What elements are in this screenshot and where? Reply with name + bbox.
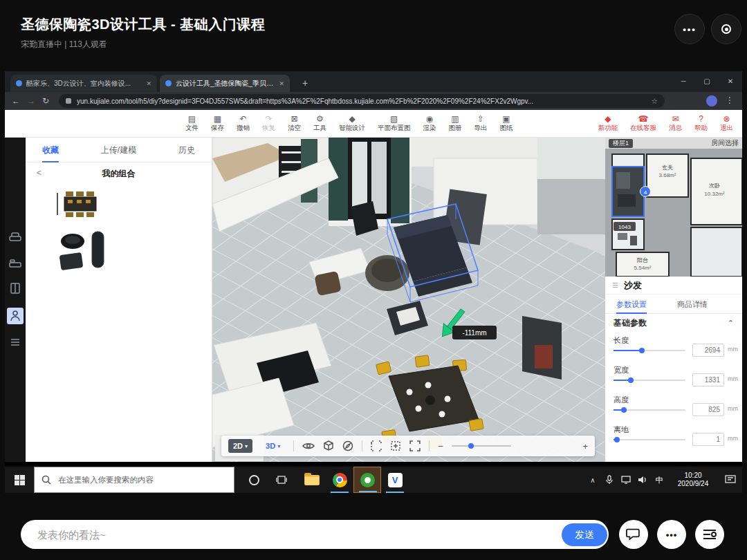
tab-favorites[interactable]: 收藏 xyxy=(42,138,59,162)
taskbar-clock[interactable]: 10:20 2020/9/24 xyxy=(667,472,719,489)
floorplan-button[interactable]: ▧平面布置图 xyxy=(371,110,417,138)
view-2d-button[interactable]: 2D▾ xyxy=(228,439,252,453)
chat-input-pill[interactable] xyxy=(21,520,609,549)
tab-history[interactable]: 历史 xyxy=(178,138,195,162)
tab-product-details[interactable]: 商品详情 xyxy=(677,295,708,314)
combo-thumbnail-furniture-set[interactable] xyxy=(52,226,114,279)
new-features-button[interactable]: ◆新功能 xyxy=(592,110,625,138)
chevron-up-icon[interactable]: ⌃ xyxy=(728,319,734,328)
dock-item-bed-icon[interactable] xyxy=(7,255,24,272)
tab-upload-model[interactable]: 上传/建模 xyxy=(101,138,136,162)
file-explorer-button[interactable] xyxy=(298,467,326,493)
dock-item-sofa-icon[interactable] xyxy=(7,229,24,245)
action-center-button[interactable] xyxy=(719,475,742,485)
volume-icon[interactable] xyxy=(634,476,651,484)
network-icon[interactable] xyxy=(618,476,634,484)
undo-button[interactable]: ↶撤销 xyxy=(230,110,256,138)
support-button[interactable]: ☎在线客服 xyxy=(624,110,663,138)
slider-handle[interactable] xyxy=(639,348,645,353)
view-3d-button[interactable]: 3D▾ xyxy=(261,439,285,453)
microphone-icon[interactable] xyxy=(601,475,618,485)
task-view-button[interactable] xyxy=(268,467,295,493)
zoom-in-button[interactable]: + xyxy=(582,441,588,451)
back-button[interactable]: ← xyxy=(12,95,20,106)
browser-tab-kujiale-home[interactable]: 酷家乐、3D云设计、室内装修设... ✕ xyxy=(10,75,157,92)
slider-handle[interactable] xyxy=(621,407,627,413)
dock-item-list-icon[interactable] xyxy=(7,334,24,351)
save-button[interactable]: ▦保存 xyxy=(205,110,230,138)
width-slider[interactable] xyxy=(614,380,685,381)
model-cube-button[interactable] xyxy=(323,440,334,451)
input-method-indicator[interactable]: 中 xyxy=(651,475,667,485)
start-button[interactable] xyxy=(5,467,34,493)
messages-button[interactable]: ✉消息 xyxy=(663,110,688,138)
taskbar-search-input[interactable] xyxy=(57,467,230,492)
zoom-out-button[interactable]: − xyxy=(438,441,443,451)
chat-more-button[interactable]: ••• xyxy=(657,520,686,549)
height-value-input[interactable]: 825 xyxy=(692,403,724,416)
export-button[interactable]: ⇧导出 xyxy=(468,110,494,138)
fullscreen-fit-button[interactable] xyxy=(409,440,421,451)
tray-expand-icon[interactable]: ∧ xyxy=(584,476,601,484)
reload-button[interactable]: ↻ xyxy=(42,95,49,106)
chrome-app-button[interactable] xyxy=(326,467,353,493)
region-select-button[interactable] xyxy=(390,440,401,451)
zoom-slider-handle[interactable] xyxy=(468,443,474,449)
address-bar[interactable]: yun.kujiale.com/tool/h5/diy?designid=3FO… xyxy=(59,94,665,108)
combo-thumbnail-dining-set[interactable] xyxy=(52,187,107,223)
send-button[interactable]: 发送 xyxy=(562,523,607,546)
tab-close-icon[interactable]: ✕ xyxy=(146,80,151,87)
visibility-eye-button[interactable] xyxy=(302,441,315,451)
close-button[interactable]: ✕ xyxy=(719,71,742,92)
minimize-button[interactable]: ─ xyxy=(672,71,695,92)
browser-tab-design-tool[interactable]: 云设计工具_圣德保陶瓷_季贝-保... ✕ xyxy=(160,75,290,92)
chat-bubble-button[interactable] xyxy=(619,520,648,549)
bookmark-star-icon[interactable]: ☆ xyxy=(651,97,658,106)
profile-avatar[interactable] xyxy=(706,95,717,106)
danmaku-settings-button[interactable] xyxy=(695,520,724,549)
room-select-label[interactable]: 房间选择 xyxy=(711,138,739,148)
frame-select-button[interactable] xyxy=(371,440,382,451)
chat-input[interactable] xyxy=(36,520,479,549)
tab-parameter-settings[interactable]: 参数设置 xyxy=(616,295,647,314)
dock-item-figure-icon[interactable] xyxy=(7,308,24,324)
forward-button[interactable]: → xyxy=(27,95,35,106)
width-value-input[interactable]: 1331 xyxy=(692,373,724,386)
cortana-button[interactable] xyxy=(240,467,268,493)
length-value-input[interactable]: 2694 xyxy=(692,344,724,357)
dock-item-cabinet-icon[interactable] xyxy=(7,280,24,297)
redo-button[interactable]: ↷恢复 xyxy=(256,110,282,138)
file-button[interactable]: ▤文件 xyxy=(179,110,205,138)
smart-design-button[interactable]: ◆智能设计 xyxy=(333,110,371,138)
floor-select-chip[interactable]: 楼层1 xyxy=(609,139,633,148)
offground-slider[interactable] xyxy=(614,439,685,440)
room-name: 阳台 xyxy=(637,257,648,263)
height-slider[interactable] xyxy=(614,409,685,411)
slider-handle[interactable] xyxy=(614,437,620,442)
album-button[interactable]: ▥图册 xyxy=(443,110,468,138)
help-button[interactable]: ?帮助 xyxy=(688,110,714,138)
tab-close-icon[interactable]: ✕ xyxy=(279,80,284,87)
maximize-button[interactable]: ▢ xyxy=(695,71,719,92)
new-tab-button[interactable]: + xyxy=(298,77,312,91)
offground-value-input[interactable]: 1 xyxy=(692,433,724,446)
walkthrough-compass-button[interactable] xyxy=(342,440,353,451)
taskbar-search[interactable] xyxy=(34,467,234,493)
tools-button[interactable]: ⚙工具 xyxy=(307,110,333,138)
drag-handle-icon[interactable]: ☰ xyxy=(612,281,618,289)
record-button[interactable] xyxy=(711,14,741,44)
zoom-slider[interactable] xyxy=(452,445,511,447)
drawings-button[interactable]: ▣图纸 xyxy=(494,110,519,138)
slider-handle[interactable] xyxy=(628,377,634,383)
exit-button[interactable]: ⊗退出 xyxy=(714,110,739,138)
more-options-button[interactable]: ••• xyxy=(674,14,705,44)
browser-app-active-button[interactable] xyxy=(353,467,381,493)
render-button[interactable]: ◉渲染 xyxy=(417,110,443,138)
clear-button[interactable]: ⊠清空 xyxy=(282,110,307,138)
meeting-app-button[interactable]: V xyxy=(381,467,409,493)
floorplan-minimap[interactable]: 4 1043 玄关 3.68m² 次卧 10.32m² 阳台 5.54m² xyxy=(605,149,742,277)
length-slider[interactable] xyxy=(614,350,685,351)
browser-menu-icon[interactable]: ⋮ xyxy=(726,95,734,105)
design-canvas[interactable]: -111mm xyxy=(212,138,605,462)
site-info-icon[interactable] xyxy=(66,98,71,104)
